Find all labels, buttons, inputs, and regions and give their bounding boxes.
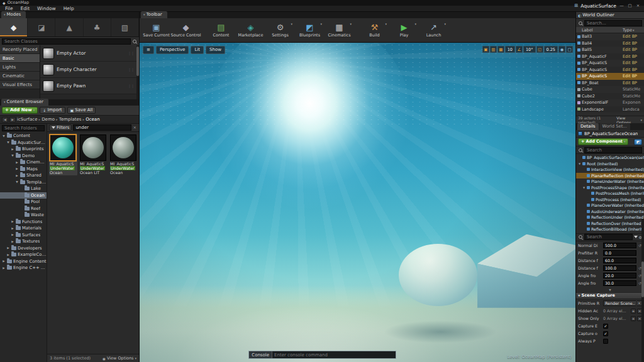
modes-scrollbar[interactable] [136, 45, 139, 99]
dropdown-arrow-icon[interactable]: ▾ [291, 22, 292, 26]
landscape-mode-button[interactable]: ▲ [55, 18, 83, 36]
folder-expand-icon[interactable]: ▶ [11, 220, 14, 223]
asset-item[interactable]: MI_AquaticS UnderWater Ocean [109, 134, 138, 175]
view-options-button[interactable]: ◉ View Options ▾ [103, 356, 136, 361]
folder-tree-item[interactable]: Waste [0, 212, 47, 219]
filter-icon[interactable] [634, 236, 638, 238]
folder-expand-icon[interactable]: ▶ [6, 246, 10, 250]
outliner-row[interactable]: BP_AquaticS Edit BP [576, 60, 644, 67]
toolbar-button[interactable]: ▤ Content ▾ [207, 19, 235, 42]
menu-item[interactable]: Edit [17, 6, 34, 11]
folder-tree-item[interactable]: ▶ ExampleContent [0, 251, 47, 258]
actor-type-link[interactable]: StaticMe [623, 87, 643, 92]
geometry-mode-button[interactable]: ▧ [111, 18, 139, 36]
outliner-row[interactable]: Cube StaticMe [576, 86, 644, 93]
toolbar-button[interactable]: ◆ Source Control ▾ [172, 19, 200, 42]
actor-type-link[interactable]: Landsca [623, 107, 643, 112]
folder-expand-icon[interactable]: ▶ [11, 148, 14, 151]
placement-category[interactable]: Basic [0, 54, 40, 63]
property-value-input[interactable]: 100.0 [603, 265, 636, 271]
toolbar-button[interactable]: ◩ Blueprints ▾ [296, 19, 324, 42]
folder-expand-icon[interactable]: ▶ [2, 266, 6, 270]
component-row[interactable]: PlanarReflection (Inherited) [576, 173, 644, 179]
world-outliner-header[interactable]: ◐ World Outliner [576, 12, 644, 19]
outliner-row[interactable]: Ball5 Edit BP [576, 47, 644, 53]
property-value[interactable]: ✓ [603, 331, 608, 336]
component-row[interactable]: PlaneOverWater (Inherited) [576, 202, 644, 209]
actor-type-link[interactable]: Edit BP [623, 67, 643, 72]
component-row[interactable]: ReflectionOver (Inherited) [576, 221, 644, 227]
scene-capture-section-header[interactable]: ▼ Scene Capture [576, 293, 644, 299]
actor-type-link[interactable]: Exponen [623, 100, 643, 105]
property-value-input[interactable]: 500.0 [603, 243, 636, 248]
details-tab[interactable]: World Set... [599, 123, 630, 130]
component-row[interactable]: BP_AquaticSurfaceOcean(self) [576, 155, 644, 161]
folder-expand-icon[interactable]: ▶ [15, 174, 19, 177]
dropdown-arrow-icon[interactable]: ▾ [320, 22, 322, 26]
breadcrumb-item[interactable]: Demo ▸ [42, 117, 58, 122]
dropdown-arrow-icon[interactable]: ▾ [414, 22, 416, 26]
toolbar-button[interactable]: ↗ Launch ▾ [419, 19, 448, 42]
folder-tree-item[interactable]: ▶ Functions [0, 219, 47, 226]
menu-item[interactable]: Window [33, 6, 60, 11]
dropdown-arrow-icon[interactable]: ▾ [444, 22, 446, 26]
component-row[interactable]: ▼ Root (Inherited) [576, 161, 644, 167]
tab-toolbar[interactable]: ▾ Toolbar [141, 11, 167, 18]
lit-button[interactable]: Lit [191, 46, 204, 54]
save-all-button[interactable]: ▣ Save All [67, 107, 96, 114]
menu-item[interactable]: File [1, 6, 17, 11]
toolbar-button[interactable]: ▣ Save Current ▾ [142, 19, 170, 42]
folder-tree-item[interactable]: ▶ Textures [0, 238, 47, 245]
placeable-actor-item[interactable]: Empty Actor ⋮⋮ [40, 45, 139, 62]
asset-search-input[interactable] [73, 124, 131, 131]
folder-expand-icon[interactable]: ▼ [6, 141, 10, 144]
folder-expand-icon[interactable]: ▶ [11, 233, 14, 236]
menu-item[interactable]: Help [60, 6, 78, 11]
filters-button[interactable]: Filters [49, 124, 72, 131]
actor-type-link[interactable]: Edit BP [623, 34, 643, 39]
console-input[interactable] [272, 353, 396, 358]
type-column-header[interactable]: Type ▾ [623, 28, 644, 33]
breadcrumb-item[interactable]: Ocean ▸ [86, 117, 99, 122]
folder-expand-icon[interactable]: ▶ [6, 253, 10, 256]
folder-tree-item[interactable]: ▶ Developers [0, 245, 47, 252]
actor-type-link[interactable]: Edit BP [623, 54, 643, 59]
tab-modes[interactable]: ▾ Modes [1, 11, 26, 18]
folder-tree-item[interactable]: ▶ Engine C++ Clas [0, 265, 47, 272]
toolbar-button[interactable]: ▦ Cinematics ▾ [325, 19, 353, 42]
property-value[interactable] [603, 339, 608, 344]
toolbar-button[interactable]: ⚒ Build ▾ [360, 19, 389, 42]
array-add-icon[interactable]: + [631, 316, 636, 321]
breadcrumb-item[interactable]: icSurface ▸ [17, 117, 40, 122]
folder-expand-icon[interactable]: ▶ [15, 161, 19, 164]
folder-expand-icon[interactable]: ▼ [15, 180, 19, 184]
component-row[interactable]: AudioUnderwater (Inherited) [576, 209, 644, 215]
grid-snap-value[interactable]: 10 [505, 46, 515, 53]
import-button[interactable]: ↓ Import [40, 107, 65, 114]
folder-tree-item[interactable]: ▶ Engine Content [0, 258, 47, 265]
gizmo-space-icon[interactable]: ▣ [482, 46, 489, 53]
array-add-icon[interactable]: + [631, 309, 636, 314]
minimize-button[interactable]: — [619, 3, 625, 8]
placement-category[interactable]: Recently Placed [0, 45, 40, 54]
asset-item[interactable]: MI_AquaticS UnderWater Ocean [49, 134, 77, 175]
component-row[interactable]: PostProcess (Inherited) [576, 197, 644, 203]
outliner-row[interactable]: BP_AquaticS Edit BP [576, 73, 644, 80]
placement-category[interactable]: Lights [0, 63, 40, 72]
layout-grid-icon[interactable]: ⊞ [574, 3, 578, 8]
folder-expand-icon[interactable]: ▶ [15, 167, 19, 170]
outliner-row[interactable]: Ball4 Edit BP [576, 40, 644, 47]
component-expand-icon[interactable]: ▼ [578, 162, 581, 165]
folder-expand-icon[interactable]: ▶ [11, 240, 14, 243]
add-new-button[interactable]: + Add New ▾ [2, 107, 38, 114]
level-viewport[interactable]: ≡ Perspective Lit Show ▣ ▥ ▦ 10 ∠ 10° ◱ … [140, 43, 575, 362]
surface-snap-icon[interactable]: ▥ [490, 46, 497, 53]
restore-button[interactable]: ▢ [627, 3, 633, 8]
component-row[interactable]: ReflectionBillboad (Inherited) [576, 226, 644, 233]
component-row[interactable]: ▼ PostProcessShape (Inherited) [576, 185, 644, 191]
folder-tree-item[interactable]: Lake [0, 185, 47, 192]
viewport-options-button[interactable]: ≡ [143, 46, 154, 54]
details-scrollbar[interactable] [641, 219, 644, 362]
outliner-row[interactable]: BP_Boat Edit BP [576, 80, 644, 87]
property-value-input[interactable]: 20.0 [603, 273, 636, 278]
